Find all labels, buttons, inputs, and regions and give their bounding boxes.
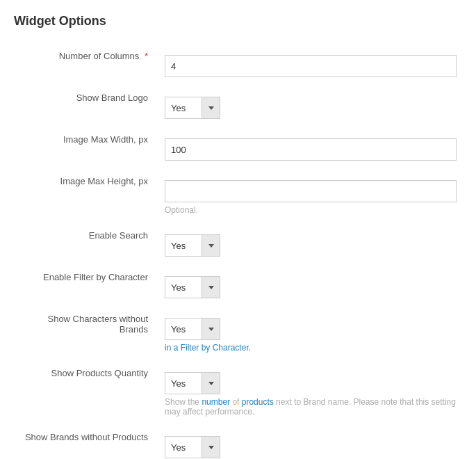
form-row-enable-search: Enable SearchYesNo bbox=[14, 225, 462, 266]
input-cell-number-of-columns bbox=[159, 45, 462, 87]
input-cell-enable-search: YesNo bbox=[159, 225, 462, 266]
label-show-brand-logo: Show Brand Logo bbox=[14, 87, 159, 129]
select-show-products-quantity[interactable]: YesNo bbox=[165, 373, 202, 394]
form-row-show-brand-logo: Show Brand LogoYesNo bbox=[14, 87, 462, 129]
hint-link-products: products bbox=[242, 397, 274, 407]
label-show-characters-without-brands: Show Characters without Brands bbox=[14, 308, 159, 362]
dropdown-arrow-show-brand-logo bbox=[202, 97, 220, 118]
select-enable-search[interactable]: YesNo bbox=[165, 235, 202, 256]
hint-show-products-quantity: Show the number of products next to Bran… bbox=[165, 397, 457, 417]
label-enable-filter-by-character: Enable Filter by Character bbox=[14, 266, 159, 308]
input-image-max-height[interactable] bbox=[165, 180, 457, 202]
form-row-image-max-height: Image Max Height, pxOptional. bbox=[14, 170, 462, 225]
form-row-image-max-width: Image Max Width, px bbox=[14, 129, 462, 170]
label-show-products-quantity: Show Products Quantity bbox=[14, 362, 159, 426]
select-show-characters-without-brands[interactable]: YesNo bbox=[165, 319, 202, 339]
dropdown-arrow-show-products-quantity bbox=[202, 373, 220, 394]
page-title: Widget Options bbox=[14, 14, 462, 29]
dropdown-arrow-show-characters-without-brands bbox=[202, 319, 220, 339]
label-image-max-width: Image Max Width, px bbox=[14, 129, 159, 170]
input-cell-show-brand-logo: YesNo bbox=[159, 87, 462, 129]
select-show-brands-without-products[interactable]: YesNo bbox=[165, 437, 202, 458]
dropdown-arrow-enable-search bbox=[202, 235, 220, 256]
label-enable-search: Enable Search bbox=[14, 225, 159, 266]
required-star-number-of-columns: * bbox=[142, 51, 148, 61]
select-show-brand-logo[interactable]: YesNo bbox=[165, 97, 202, 118]
input-cell-image-max-height: Optional. bbox=[159, 170, 462, 225]
input-image-max-width[interactable] bbox=[165, 138, 457, 161]
input-cell-show-brands-without-products: YesNoPlease note that this setting may a… bbox=[159, 426, 462, 459]
form-row-show-products-quantity: Show Products QuantityYesNoShow the numb… bbox=[14, 362, 462, 426]
hint-show-characters-without-brands: in a Filter by Character. bbox=[165, 343, 457, 353]
input-cell-enable-filter-by-character: YesNo bbox=[159, 266, 462, 308]
select-wrapper-show-brands-without-products: YesNo bbox=[165, 436, 220, 458]
label-show-brands-without-products: Show Brands without Products bbox=[14, 426, 159, 459]
select-wrapper-show-brand-logo: YesNo bbox=[165, 97, 220, 119]
select-enable-filter-by-character[interactable]: YesNo bbox=[165, 277, 202, 298]
form-row-show-characters-without-brands: Show Characters without BrandsYesNoin a … bbox=[14, 308, 462, 362]
input-number-of-columns[interactable] bbox=[165, 55, 457, 77]
hint-image-max-height: Optional. bbox=[165, 205, 457, 215]
select-wrapper-enable-filter-by-character: YesNo bbox=[165, 276, 220, 298]
hint-link-number: number bbox=[202, 397, 230, 407]
form-row-number-of-columns: Number of Columns * bbox=[14, 45, 462, 87]
select-wrapper-show-products-quantity: YesNo bbox=[165, 372, 220, 394]
label-image-max-height: Image Max Height, px bbox=[14, 170, 159, 225]
form-row-enable-filter-by-character: Enable Filter by CharacterYesNo bbox=[14, 266, 462, 308]
input-cell-show-characters-without-brands: YesNoin a Filter by Character. bbox=[159, 308, 462, 362]
select-wrapper-enable-search: YesNo bbox=[165, 234, 220, 257]
input-cell-image-max-width bbox=[159, 129, 462, 170]
widget-options-form: Number of Columns *Show Brand LogoYesNoI… bbox=[14, 45, 462, 459]
dropdown-arrow-enable-filter-by-character bbox=[202, 277, 220, 298]
label-number-of-columns: Number of Columns * bbox=[14, 45, 159, 87]
input-cell-show-products-quantity: YesNoShow the number of products next to… bbox=[159, 362, 462, 426]
form-row-show-brands-without-products: Show Brands without ProductsYesNoPlease … bbox=[14, 426, 462, 459]
select-wrapper-show-characters-without-brands: YesNo bbox=[165, 318, 220, 340]
dropdown-arrow-show-brands-without-products bbox=[202, 437, 220, 458]
